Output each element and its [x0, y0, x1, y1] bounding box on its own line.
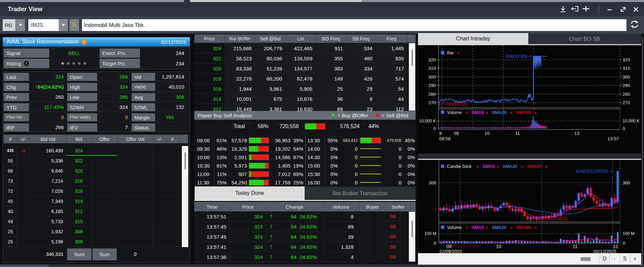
svg-text:x: x	[497, 164, 499, 169]
svg-text:SMA50: SMA50	[527, 164, 541, 169]
svg-text:08:58: 08:58	[439, 136, 451, 141]
svg-text:300: 300	[623, 180, 631, 185]
svg-text:x: x	[510, 225, 513, 230]
svg-text:x: x	[457, 50, 460, 55]
svg-text:09: 09	[446, 244, 452, 249]
svg-text:10,000 K: 10,000 K	[419, 119, 436, 123]
svg-text:280: 280	[623, 92, 631, 97]
svg-text:0: 0	[623, 126, 625, 131]
svg-text:270: 270	[428, 100, 436, 105]
svg-text:300: 300	[623, 75, 631, 80]
svg-text:0: 0	[433, 126, 436, 131]
svg-text:11: 11	[572, 244, 578, 249]
svg-text:Candle Stick: Candle Stick	[447, 164, 472, 169]
svg-text:0: 0	[433, 241, 436, 246]
svg-text:310: 310	[428, 66, 436, 71]
svg-text:13: 13	[574, 131, 579, 136]
svg-text:x: x	[486, 225, 488, 230]
svg-text:0: 0	[623, 241, 625, 246]
svg-text:280: 280	[428, 92, 436, 97]
svg-text:SMA20: SMA20	[492, 110, 506, 115]
svg-text:290: 290	[428, 83, 436, 88]
svg-text:300: 300	[428, 75, 436, 80]
svg-text:8: 8	[439, 131, 442, 136]
svg-text:10,000 K: 10,000 K	[623, 119, 640, 123]
svg-text:270: 270	[623, 100, 631, 105]
svg-text:290: 290	[623, 83, 631, 88]
svg-text:x: x	[521, 164, 524, 169]
svg-text:<--266(08:58): <--266(08:58)	[441, 101, 467, 107]
svg-text:10: 10	[496, 244, 501, 249]
svg-text:320: 320	[623, 57, 631, 62]
svg-text:SMA50: SMA50	[516, 225, 531, 230]
svg-text:x: x	[466, 110, 468, 115]
svg-text:310: 310	[623, 66, 631, 71]
svg-text:100 M: 100 M	[623, 231, 635, 236]
svg-text:x: x	[486, 110, 488, 115]
svg-text:SMA50: SMA50	[516, 110, 531, 115]
svg-text:324(02/12/2025)-->: 324(02/12/2025)-->	[576, 169, 613, 174]
svg-text:SMA20: SMA20	[503, 164, 517, 169]
svg-text:SMA5: SMA5	[472, 225, 484, 230]
svg-text:SMA20: SMA20	[492, 225, 506, 230]
svg-text:10: 10	[484, 131, 489, 136]
svg-text:09: 09	[454, 131, 459, 136]
svg-text:x: x	[534, 225, 537, 230]
svg-text:Bar: Bar	[447, 50, 454, 55]
svg-text:13:57: 13:57	[608, 136, 619, 141]
svg-text:x: x	[534, 110, 537, 115]
svg-text:12: 12	[613, 244, 618, 249]
svg-text:x: x	[545, 164, 548, 169]
svg-text:11: 11	[515, 131, 520, 136]
svg-text:Volume: Volume	[447, 110, 461, 115]
svg-text:x: x	[476, 164, 479, 169]
svg-text:100 M: 100 M	[424, 231, 436, 236]
svg-text:324(13:33)-->: 324(13:33)-->	[506, 54, 532, 59]
svg-text:320: 320	[428, 57, 436, 62]
svg-text:Volume: Volume	[447, 225, 461, 230]
svg-text:<--222(28/10/2025): <--222(28/10/2025)	[530, 216, 568, 221]
svg-text:SMA5: SMA5	[472, 110, 484, 115]
svg-text:300: 300	[428, 180, 436, 185]
svg-text:x: x	[510, 110, 513, 115]
svg-text:SMA5: SMA5	[482, 164, 495, 169]
svg-text:x: x	[466, 225, 468, 230]
